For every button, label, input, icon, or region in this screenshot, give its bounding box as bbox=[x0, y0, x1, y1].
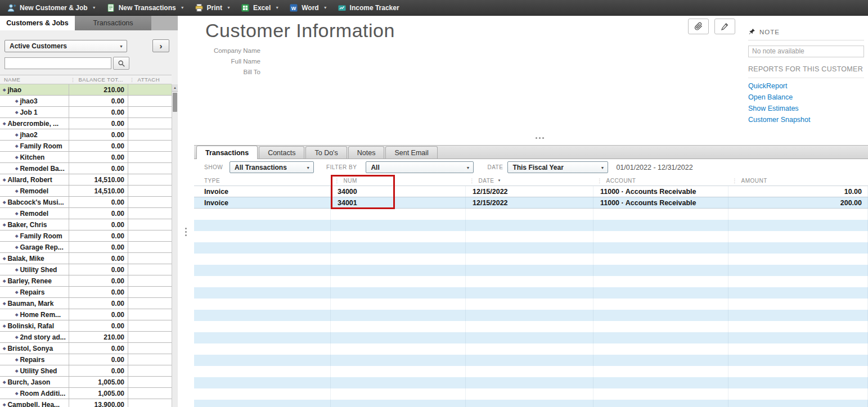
toolbar-button-income-tracker[interactable]: Income Tracker bbox=[332, 0, 404, 15]
toolbar-button-new-customer-job[interactable]: New Customer & Job▼ bbox=[2, 0, 101, 15]
customer-row[interactable]: ◆Remodel Ba...0.00 bbox=[0, 163, 172, 174]
customer-attach-cell bbox=[128, 107, 172, 117]
customer-row[interactable]: ◆Baker, Chris0.00 bbox=[0, 219, 172, 230]
column-header-balance[interactable]: ⋮BALANCE TOT... bbox=[69, 75, 128, 84]
report-link-open-balance[interactable]: Open Balance bbox=[748, 92, 864, 103]
customer-balance-cell: 0.00 bbox=[69, 253, 128, 264]
customer-row[interactable]: ◆jhao210.00 bbox=[0, 84, 172, 96]
transaction-empty-row bbox=[194, 231, 868, 242]
diamond-icon: ◆ bbox=[15, 369, 18, 373]
column-separator-icon: ⋮ bbox=[469, 178, 475, 184]
customer-name-cell: ◆Utility Shed bbox=[0, 264, 69, 275]
customer-row[interactable]: ◆Bauman, Mark0.00 bbox=[0, 298, 172, 309]
column-header-name[interactable]: NAME bbox=[0, 75, 69, 84]
tab-notes[interactable]: Notes bbox=[348, 146, 385, 159]
report-link-show-estimates[interactable]: Show Estimates bbox=[748, 103, 864, 114]
customer-row[interactable]: ◆Kitchen0.00 bbox=[0, 152, 172, 163]
field-label-bill-to: Bill To bbox=[204, 69, 260, 75]
cell-account: 11000 · Accounts Receivable bbox=[593, 186, 728, 197]
panel-splitter[interactable] bbox=[536, 137, 537, 139]
customer-name: Family Room bbox=[20, 142, 62, 150]
customer-row[interactable]: ◆Babcock's Musi...0.00 bbox=[0, 197, 172, 208]
customer-row[interactable]: ◆Utility Shed0.00 bbox=[0, 365, 172, 377]
customer-row[interactable]: ◆Job 10.00 bbox=[0, 107, 172, 118]
customer-row[interactable]: ◆Remodel0.00 bbox=[0, 208, 172, 219]
show-dropdown[interactable]: All Transactions ▼ bbox=[230, 161, 314, 173]
filter-by-dropdown[interactable]: All ▼ bbox=[366, 161, 474, 173]
customer-row[interactable]: ◆jhao30.00 bbox=[0, 96, 172, 107]
transaction-row[interactable]: Invoice3400012/15/202211000 · Accounts R… bbox=[194, 186, 868, 197]
customer-attach-cell bbox=[128, 343, 172, 354]
cell-amount bbox=[728, 388, 868, 400]
sidebar-scrollbar[interactable]: ▲ bbox=[172, 84, 178, 407]
cell-account bbox=[593, 242, 728, 254]
column-header-date[interactable]: ⋮DATE▼ bbox=[466, 175, 593, 186]
report-link-quickreport[interactable]: QuickReport bbox=[748, 80, 864, 92]
customer-row[interactable]: ◆Home Rem...0.00 bbox=[0, 309, 172, 320]
cell-num bbox=[331, 332, 466, 343]
customer-name-cell: ◆Garage Rep... bbox=[0, 242, 69, 252]
attach-file-button[interactable] bbox=[688, 19, 709, 34]
column-header-num[interactable]: ⋮NUM bbox=[331, 175, 466, 186]
sidebar-splitter[interactable] bbox=[178, 16, 194, 407]
customer-row[interactable]: ◆Abercrombie, ...0.00 bbox=[0, 118, 172, 129]
toolbar-button-print[interactable]: Print▼ bbox=[190, 0, 236, 15]
customer-attach-cell bbox=[128, 84, 172, 95]
column-header-attach[interactable]: ⋮ATTACH bbox=[128, 75, 172, 84]
tab-to-do-s[interactable]: To Do's bbox=[305, 146, 347, 159]
customer-row[interactable]: ◆Allard, Robert14,510.00 bbox=[0, 174, 172, 186]
customer-name: Utility Shed bbox=[20, 266, 57, 274]
column-header-account[interactable]: ⋮ACCOUNT bbox=[593, 175, 728, 186]
edit-customer-button[interactable] bbox=[714, 19, 735, 34]
customer-row[interactable]: ◆2nd story ad...210.00 bbox=[0, 332, 172, 343]
customer-row[interactable]: ◆Repairs0.00 bbox=[0, 287, 172, 298]
collapse-sidebar-button[interactable]: › bbox=[152, 39, 169, 52]
cell-account bbox=[593, 220, 728, 231]
transaction-empty-row bbox=[194, 310, 868, 321]
report-link-customer-snapshot[interactable]: Customer Snapshot bbox=[748, 114, 864, 125]
customer-row[interactable]: ◆Family Room0.00 bbox=[0, 141, 172, 152]
cell-date bbox=[466, 332, 593, 343]
customer-balance-cell: 1,005.00 bbox=[69, 377, 128, 387]
sidebar-tab-customers-jobs[interactable]: Customers & Jobs bbox=[0, 16, 75, 30]
customer-row[interactable]: ◆Room Additi...1,005.00 bbox=[0, 388, 172, 399]
scroll-up-arrow-icon[interactable]: ▲ bbox=[172, 84, 178, 92]
sidebar-tab-transactions[interactable]: Transactions bbox=[75, 16, 151, 30]
customer-attach-cell bbox=[128, 309, 172, 320]
customer-row[interactable]: ◆Bolinski, Rafal0.00 bbox=[0, 320, 172, 332]
date-range-text: 01/01/2022 - 12/31/2022 bbox=[616, 164, 692, 171]
tab-transactions[interactable]: Transactions bbox=[196, 146, 258, 159]
customer-row[interactable]: ◆Campbell, Hea...13,900.00 bbox=[0, 399, 172, 407]
transaction-row[interactable]: Invoice3400112/15/202211000 · Accounts R… bbox=[194, 197, 868, 209]
customer-name: Bauman, Mark bbox=[7, 300, 53, 307]
customer-row[interactable]: ◆Bristol, Sonya0.00 bbox=[0, 343, 172, 354]
tab-sent-email[interactable]: Sent Email bbox=[385, 146, 437, 159]
customer-row[interactable]: ◆jhao20.00 bbox=[0, 129, 172, 141]
customer-row[interactable]: ◆Remodel14,510.00 bbox=[0, 186, 172, 197]
cell-num bbox=[331, 231, 466, 242]
customer-name-cell: ◆Kitchen bbox=[0, 152, 69, 162]
toolbar-button-new-transactions[interactable]: New Transactions▼ bbox=[101, 0, 190, 15]
tab-contacts[interactable]: Contacts bbox=[259, 146, 304, 159]
date-dropdown[interactable]: This Fiscal Year ▼ bbox=[507, 161, 608, 173]
customer-search-input[interactable] bbox=[5, 57, 111, 69]
column-header-amount[interactable]: ⋮AMOUNT bbox=[728, 175, 868, 186]
customer-row[interactable]: ◆Utility Shed0.00 bbox=[0, 264, 172, 275]
customer-row[interactable]: ◆Balak, Mike0.00 bbox=[0, 253, 172, 264]
column-header-type[interactable]: TYPE bbox=[194, 175, 331, 186]
transaction-empty-row bbox=[194, 299, 868, 310]
customer-balance-cell: 0.00 bbox=[69, 264, 128, 275]
customer-row[interactable]: ◆Garage Rep...0.00 bbox=[0, 242, 172, 253]
note-text-box[interactable]: No note available bbox=[748, 46, 864, 57]
customer-row[interactable]: ◆Family Room0.00 bbox=[0, 230, 172, 242]
toolbar-button-excel[interactable]: Excel▼ bbox=[236, 0, 284, 15]
dropdown-caret-icon: ▼ bbox=[227, 6, 231, 10]
customer-row[interactable]: ◆Barley, Renee0.00 bbox=[0, 275, 172, 287]
toolbar-button-word[interactable]: WWord▼ bbox=[284, 0, 332, 15]
search-button[interactable] bbox=[113, 57, 129, 70]
customer-view-dropdown[interactable]: Active Customers ▼ bbox=[5, 40, 127, 52]
diamond-icon: ◆ bbox=[3, 346, 6, 351]
scrollbar-thumb[interactable] bbox=[173, 93, 177, 112]
customer-row[interactable]: ◆Burch, Jason1,005.00 bbox=[0, 377, 172, 388]
customer-row[interactable]: ◆Repairs0.00 bbox=[0, 354, 172, 365]
